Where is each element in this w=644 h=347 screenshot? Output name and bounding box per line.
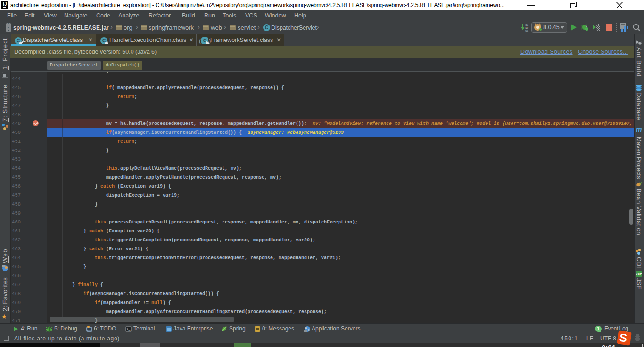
svg-text:01: 01 xyxy=(525,29,529,32)
